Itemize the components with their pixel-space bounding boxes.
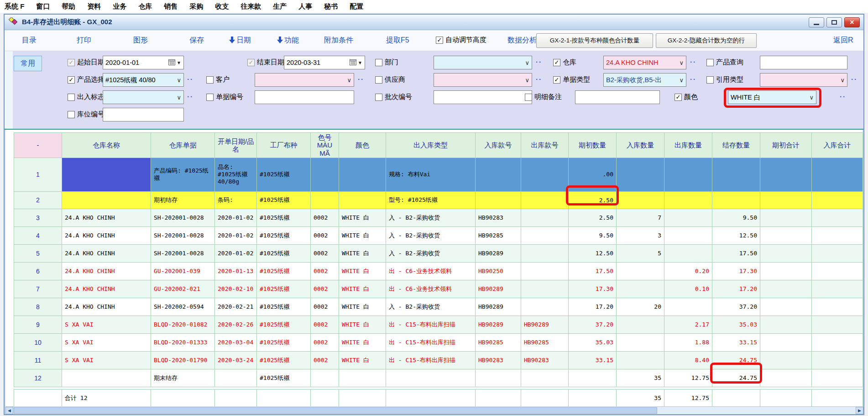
- cell[interactable]: [812, 280, 863, 298]
- table-row[interactable]: 624.A KHO CHINHGU-202001-0392020-01-13#1…: [14, 262, 863, 280]
- scrollbar-thumb[interactable]: [14, 407, 657, 414]
- minimize-button[interactable]: [809, 17, 824, 27]
- column-header[interactable]: 仓库名称: [62, 133, 151, 158]
- doc-type-combo[interactable]: B2-采购收货,B5-出 ∨: [603, 73, 686, 87]
- table-row[interactable]: 2期初结存条码:#1025纸襯型号: #1025纸襯2.50: [14, 191, 863, 209]
- cell[interactable]: [712, 158, 760, 191]
- cell[interactable]: WHITE 白: [339, 262, 386, 280]
- cell[interactable]: [760, 262, 812, 280]
- supplier-combo[interactable]: ∨: [434, 73, 532, 87]
- detail-note-checkbox[interactable]: [525, 94, 532, 101]
- cell[interactable]: [664, 191, 712, 209]
- product-select-lookup-dots[interactable]: ··: [187, 75, 193, 83]
- cell[interactable]: #1025纸襯: [257, 262, 311, 280]
- cell[interactable]: 5: [617, 244, 664, 262]
- table-row[interactable]: 824.A KHO CHINHSH-202002-05942020-02-21#…: [14, 298, 863, 316]
- cell[interactable]: WHITE 白: [339, 244, 386, 262]
- menu-item[interactable]: 秘书: [324, 2, 338, 11]
- cell[interactable]: 0002: [311, 316, 339, 333]
- cell[interactable]: [569, 369, 617, 387]
- cell[interactable]: 24.A KHO CHINH: [62, 226, 151, 244]
- menu-item[interactable]: 生产: [273, 2, 287, 11]
- cell[interactable]: WHITE 白: [339, 333, 386, 351]
- cell[interactable]: 35.03: [569, 333, 617, 351]
- cell[interactable]: 2020-01-02: [215, 209, 257, 226]
- cell[interactable]: #1025纸襯: [257, 209, 311, 226]
- cell[interactable]: 2020-01-02: [215, 226, 257, 244]
- calendar-icon[interactable]: [168, 59, 175, 67]
- menu-item[interactable]: 业务: [113, 2, 126, 11]
- cell[interactable]: [521, 209, 569, 226]
- cell[interactable]: [760, 280, 812, 298]
- cell[interactable]: 2020-03-04: [215, 333, 257, 351]
- cell[interactable]: [812, 191, 863, 209]
- cell[interactable]: 17.20: [569, 298, 617, 316]
- cell[interactable]: [760, 226, 812, 244]
- doc-type-checkbox[interactable]: ✓: [553, 76, 560, 84]
- cell[interactable]: [760, 333, 812, 351]
- cell[interactable]: 出 - C6-业务技术领料: [386, 280, 476, 298]
- cell[interactable]: [812, 333, 863, 351]
- combo-arrow-icon[interactable]: ∨: [809, 94, 814, 101]
- cell[interactable]: 17.50: [712, 244, 760, 262]
- cell[interactable]: SH-202001-0028: [151, 244, 215, 262]
- cell[interactable]: 20: [617, 298, 664, 316]
- common-button[interactable]: 常用: [14, 56, 42, 71]
- combo-arrow-icon[interactable]: ∨: [347, 77, 351, 84]
- function-menu-button[interactable]: 功能: [277, 36, 299, 45]
- cell[interactable]: [617, 333, 664, 351]
- table-row[interactable]: 11S XA VAIBLQD-2020-017902020-03-24#1025…: [14, 351, 863, 369]
- cell[interactable]: 0002: [311, 333, 339, 351]
- cell[interactable]: [760, 191, 812, 209]
- combo-arrow-icon[interactable]: ∨: [525, 59, 529, 66]
- inout-flag-combo[interactable]: ∨: [103, 90, 184, 104]
- cell[interactable]: [521, 191, 569, 209]
- table-row[interactable]: 424.A KHO CHINHSH-202001-00282020-01-02#…: [14, 226, 863, 244]
- cell[interactable]: [521, 244, 569, 262]
- cell[interactable]: [617, 316, 664, 333]
- cell[interactable]: [311, 158, 339, 191]
- cell[interactable]: #1025纸襯: [257, 316, 311, 333]
- graph-button[interactable]: 图形: [133, 36, 148, 45]
- cell[interactable]: WHITE 白: [339, 280, 386, 298]
- cell[interactable]: [339, 191, 386, 209]
- cell[interactable]: 12.50: [712, 226, 760, 244]
- color-combo[interactable]: WHITE 白 ∨: [728, 90, 816, 104]
- column-header[interactable]: 出入库类型: [386, 133, 476, 158]
- cell[interactable]: HB90289: [476, 244, 521, 262]
- combo-arrow-icon[interactable]: ∨: [679, 77, 684, 84]
- cell[interactable]: [760, 351, 812, 369]
- product-query-checkbox[interactable]: [706, 59, 714, 66]
- cell[interactable]: HB90289: [476, 316, 521, 333]
- table-row[interactable]: 324.A KHO CHINHSH-202001-00282020-01-02#…: [14, 209, 863, 226]
- cell[interactable]: 品名: #1025纸襯 40/80g: [215, 158, 257, 191]
- cell[interactable]: HB90283: [476, 351, 521, 369]
- cell[interactable]: 1.88: [664, 333, 712, 351]
- cell[interactable]: [476, 191, 521, 209]
- end-date-input[interactable]: 2020-03-31 ▼: [284, 56, 365, 69]
- menu-item[interactable]: 人事: [298, 2, 312, 11]
- cell[interactable]: 期初结存: [151, 191, 215, 209]
- table-row[interactable]: 10S XA VAIBLQD-2020-013332020-03-04#1025…: [14, 333, 863, 351]
- cell[interactable]: 24.A KHO CHINH: [62, 209, 151, 226]
- cell[interactable]: 产品编码: #1025纸襯: [151, 158, 215, 191]
- table-row[interactable]: 524.A KHO CHINHSH-202001-00282020-01-02#…: [14, 244, 863, 262]
- cell[interactable]: WHITE 白: [339, 316, 386, 333]
- cell[interactable]: HB90289: [476, 298, 521, 316]
- cell[interactable]: [812, 369, 863, 387]
- cell[interactable]: HB90289: [476, 280, 521, 298]
- cell[interactable]: [812, 209, 863, 226]
- row-number[interactable]: 4: [14, 226, 62, 244]
- cell[interactable]: [812, 158, 863, 191]
- cell[interactable]: 出 - C15-布料出库扫描: [386, 333, 476, 351]
- cell[interactable]: [311, 369, 339, 387]
- cell[interactable]: 出 - C15-布料出库扫描: [386, 351, 476, 369]
- cell[interactable]: S XA VAI: [62, 316, 151, 333]
- row-number[interactable]: 10: [14, 333, 62, 351]
- calendar-icon[interactable]: [350, 59, 356, 67]
- cell[interactable]: [664, 226, 712, 244]
- cell[interactable]: 37.20: [712, 298, 760, 316]
- cell[interactable]: 2020-02-26: [215, 316, 257, 333]
- batch-no-checkbox[interactable]: [375, 94, 382, 101]
- cell[interactable]: [664, 158, 712, 191]
